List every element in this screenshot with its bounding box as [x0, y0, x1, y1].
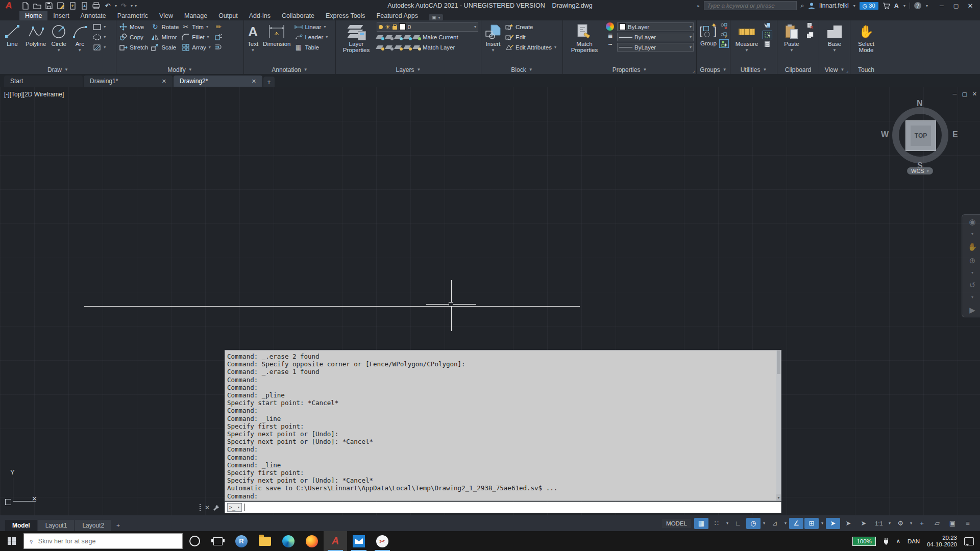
grip-dots-icon[interactable] [199, 504, 202, 512]
minimize-button[interactable]: ─ [935, 1, 948, 10]
trial-days-badge[interactable]: ◷ 30 [860, 2, 878, 10]
panel-label-utilities[interactable]: Utilities▼ [730, 65, 777, 74]
isometric-dropdown-icon[interactable]: ▾ [783, 518, 788, 529]
layout-tab-layout1[interactable]: Layout1 [38, 520, 75, 531]
view-dialog-launcher-icon[interactable]: ⌟ [846, 68, 848, 73]
viewport-restore-icon[interactable]: ▢ [962, 91, 967, 97]
layer-on2-icon[interactable] [377, 44, 384, 50]
layer-thaw-icon[interactable] [395, 44, 402, 50]
edit-attributes-dropdown-icon[interactable]: ▾ [554, 45, 556, 49]
match-layer-label[interactable]: Match Layer [423, 44, 455, 51]
autoscale-icon[interactable]: ➤ [841, 518, 855, 529]
block-expand-icon[interactable]: ▼ [529, 67, 533, 72]
arc-dropdown-icon[interactable]: ▼ [78, 47, 82, 54]
match-layer-icon[interactable] [413, 44, 421, 50]
group-edit-icon[interactable] [719, 31, 728, 38]
polar-dropdown-icon[interactable]: ▾ [762, 518, 767, 529]
close-tab-icon[interactable]: ✕ [252, 78, 256, 85]
groups-expand-icon[interactable]: ▼ [723, 67, 727, 72]
grid-toggle-icon[interactable]: ▦ [694, 518, 708, 529]
lineweight-combo[interactable]: ByLayer ▾ [617, 33, 694, 41]
autodesk-app-dropdown-icon[interactable]: ▾ [903, 4, 905, 8]
layer-on-icon[interactable] [379, 25, 383, 29]
drawn-line[interactable] [84, 306, 580, 307]
isometric-drafting-icon[interactable]: ⊿ [768, 518, 782, 529]
text-button[interactable]: A Text ▼ [247, 22, 259, 65]
scale-dropdown-icon[interactable]: ▾ [887, 518, 892, 529]
wcs-dropdown-icon[interactable]: ▾ [927, 169, 929, 173]
annotation-visibility-icon[interactable]: ➤ [826, 518, 840, 529]
hatch-dropdown-icon[interactable]: ▾ [104, 45, 106, 49]
edit-attributes-button[interactable]: Edit Attributes▾ [505, 42, 556, 52]
make-current-icon[interactable] [413, 34, 421, 40]
object-snap-dropdown-icon[interactable]: ▾ [820, 518, 825, 529]
polyline-button[interactable]: Polyline [24, 22, 47, 65]
layer-combo[interactable]: ☀ 0 ▾ [377, 22, 478, 32]
snipping-tool-button[interactable]: ✂ [371, 531, 394, 551]
cart-icon[interactable] [883, 3, 890, 9]
ribbon-tab-view[interactable]: View [154, 11, 179, 20]
drawing-canvas[interactable]: [-][Top][2D Wireframe] ─ ▢ ✕ N W E S TOP… [0, 87, 980, 515]
view-expand-icon[interactable]: ▼ [840, 67, 844, 72]
close-button[interactable]: ✕ [964, 1, 977, 10]
linear-dropdown-icon[interactable]: ▾ [324, 24, 326, 29]
customization-plus-icon[interactable]: + [915, 518, 929, 529]
utilities-expand-icon[interactable]: ▼ [763, 67, 767, 72]
new-layout-button[interactable]: + [112, 520, 124, 531]
measure-dropdown-icon[interactable]: ▼ [745, 47, 749, 54]
save-to-mobile-button[interactable] [67, 1, 78, 10]
make-current-label[interactable]: Make Current [423, 34, 458, 40]
layer-isolate-icon[interactable] [386, 34, 393, 40]
scrollbar-down-arrow-icon[interactable]: ▼ [776, 494, 781, 500]
copy-clip-icon[interactable] [805, 31, 814, 39]
ribbon-tab-parametric[interactable]: Parametric [112, 11, 154, 20]
show-hidden-icons-button[interactable]: ∧ [896, 538, 900, 544]
text-dropdown-icon[interactable]: ▼ [251, 47, 255, 54]
linetype-icon[interactable]: ┅ [606, 41, 615, 48]
open-file-button[interactable] [32, 1, 42, 10]
layer-lock-icon[interactable] [393, 26, 397, 30]
block-edit-button[interactable]: Edit [505, 32, 556, 42]
insert-dropdown-icon[interactable]: ▼ [491, 47, 495, 54]
file-tab-start[interactable]: Start [4, 76, 83, 87]
firefox-button[interactable] [300, 531, 324, 551]
properties-dialog-launcher-icon[interactable]: ⌟ [693, 68, 695, 73]
file-tab-drawing1[interactable]: Drawing1* ✕ [84, 76, 173, 87]
redo-dropdown-icon[interactable]: ▾ [131, 4, 133, 8]
file-explorer-button[interactable] [253, 531, 277, 551]
viewport-close-icon[interactable]: ✕ [972, 91, 977, 97]
taskbar-search-input[interactable] [37, 537, 177, 545]
explode-button[interactable] [214, 32, 223, 42]
new-file-button[interactable] [20, 1, 31, 10]
navigation-wheel-icon[interactable]: ◉ [969, 218, 975, 226]
copy-button[interactable]: Copy [119, 32, 148, 42]
qat-customize-icon[interactable]: ▾ [135, 4, 137, 8]
command-close-icon[interactable]: ✕ [205, 504, 210, 511]
panel-label-layers[interactable]: Layers▼ [336, 65, 481, 74]
help-icon[interactable]: ? [914, 2, 921, 9]
array-button[interactable]: Array▾ [181, 42, 211, 52]
linetype-combo[interactable]: ByLayer ▾ [617, 43, 694, 52]
arc-button[interactable]: Arc ▼ [70, 22, 89, 65]
command-prompt-badge[interactable]: >_ ▾ [227, 503, 242, 512]
ribbon-tab-collaborate[interactable]: Collaborate [276, 11, 320, 20]
quick-select-icon[interactable] [763, 22, 771, 30]
rectangle-dropdown-icon[interactable]: ▾ [104, 24, 106, 29]
fillet-dropdown-icon[interactable]: ▾ [207, 35, 209, 39]
select-similar-icon[interactable] [763, 31, 772, 39]
ribbon-tab-home[interactable]: Home [19, 11, 47, 20]
move-button[interactable]: Move [119, 22, 148, 32]
table-button[interactable]: ▦Table [294, 42, 328, 52]
user-icon[interactable] [808, 2, 815, 9]
color-dropdown-icon[interactable]: ▾ [690, 24, 692, 29]
lineweight-dropdown-icon[interactable]: ▾ [690, 35, 692, 39]
snap-toggle-icon[interactable]: ∷ [709, 518, 724, 529]
workspace-gear-icon[interactable]: ⚙ [893, 518, 908, 529]
linetype-dropdown-icon[interactable]: ▾ [690, 45, 692, 49]
scale-button[interactable]: Scale [151, 42, 179, 52]
orbit-dropdown-icon[interactable]: ▾ [971, 295, 973, 299]
undo-button[interactable]: ↶ [103, 1, 113, 10]
ribbon-display-toggle[interactable]: ▣ ▾ [429, 14, 444, 20]
save-button[interactable] [44, 1, 54, 10]
workspace-dropdown-icon[interactable]: ▾ [909, 518, 914, 529]
